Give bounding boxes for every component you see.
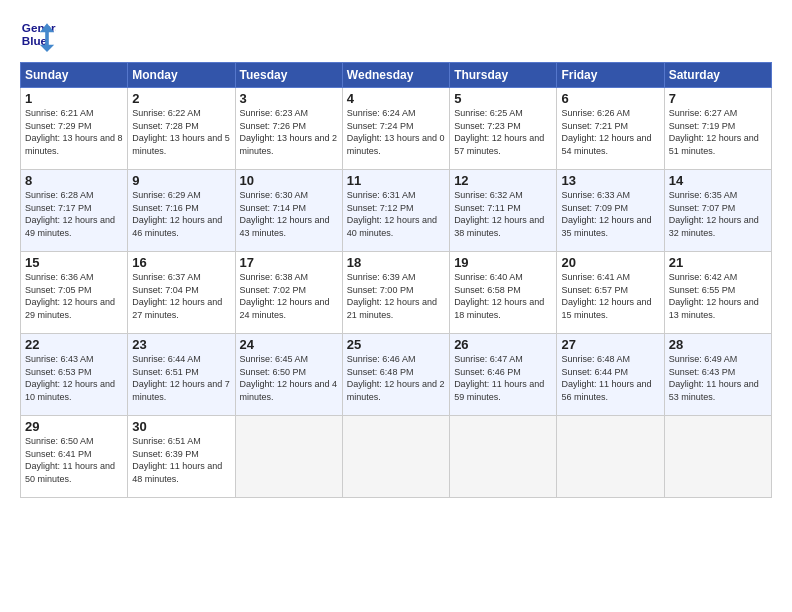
calendar-cell <box>235 416 342 498</box>
day-number: 26 <box>454 337 552 352</box>
day-number: 18 <box>347 255 445 270</box>
day-info: Sunrise: 6:36 AM Sunset: 7:05 PM Dayligh… <box>25 272 115 320</box>
col-wednesday: Wednesday <box>342 63 449 88</box>
calendar-week-4: 22 Sunrise: 6:43 AM Sunset: 6:53 PM Dayl… <box>21 334 772 416</box>
page: General Blue Sunday Monday Tuesday Wedne… <box>0 0 792 612</box>
day-number: 28 <box>669 337 767 352</box>
day-info: Sunrise: 6:48 AM Sunset: 6:44 PM Dayligh… <box>561 354 651 402</box>
day-number: 23 <box>132 337 230 352</box>
calendar-cell: 3 Sunrise: 6:23 AM Sunset: 7:26 PM Dayli… <box>235 88 342 170</box>
calendar-cell: 28 Sunrise: 6:49 AM Sunset: 6:43 PM Dayl… <box>664 334 771 416</box>
day-number: 16 <box>132 255 230 270</box>
day-number: 19 <box>454 255 552 270</box>
day-info: Sunrise: 6:50 AM Sunset: 6:41 PM Dayligh… <box>25 436 115 484</box>
day-info: Sunrise: 6:21 AM Sunset: 7:29 PM Dayligh… <box>25 108 123 156</box>
day-info: Sunrise: 6:23 AM Sunset: 7:26 PM Dayligh… <box>240 108 338 156</box>
day-info: Sunrise: 6:40 AM Sunset: 6:58 PM Dayligh… <box>454 272 544 320</box>
day-number: 30 <box>132 419 230 434</box>
day-info: Sunrise: 6:32 AM Sunset: 7:11 PM Dayligh… <box>454 190 544 238</box>
day-info: Sunrise: 6:51 AM Sunset: 6:39 PM Dayligh… <box>132 436 222 484</box>
calendar-cell: 23 Sunrise: 6:44 AM Sunset: 6:51 PM Dayl… <box>128 334 235 416</box>
day-number: 3 <box>240 91 338 106</box>
day-number: 8 <box>25 173 123 188</box>
calendar-cell: 24 Sunrise: 6:45 AM Sunset: 6:50 PM Dayl… <box>235 334 342 416</box>
calendar-cell: 4 Sunrise: 6:24 AM Sunset: 7:24 PM Dayli… <box>342 88 449 170</box>
day-number: 12 <box>454 173 552 188</box>
calendar-cell: 5 Sunrise: 6:25 AM Sunset: 7:23 PM Dayli… <box>450 88 557 170</box>
col-saturday: Saturday <box>664 63 771 88</box>
calendar-cell: 27 Sunrise: 6:48 AM Sunset: 6:44 PM Dayl… <box>557 334 664 416</box>
day-info: Sunrise: 6:27 AM Sunset: 7:19 PM Dayligh… <box>669 108 759 156</box>
day-info: Sunrise: 6:47 AM Sunset: 6:46 PM Dayligh… <box>454 354 544 402</box>
calendar-cell: 20 Sunrise: 6:41 AM Sunset: 6:57 PM Dayl… <box>557 252 664 334</box>
day-number: 21 <box>669 255 767 270</box>
day-info: Sunrise: 6:30 AM Sunset: 7:14 PM Dayligh… <box>240 190 330 238</box>
day-number: 9 <box>132 173 230 188</box>
day-info: Sunrise: 6:22 AM Sunset: 7:28 PM Dayligh… <box>132 108 230 156</box>
day-info: Sunrise: 6:43 AM Sunset: 6:53 PM Dayligh… <box>25 354 115 402</box>
day-number: 13 <box>561 173 659 188</box>
calendar-cell: 13 Sunrise: 6:33 AM Sunset: 7:09 PM Dayl… <box>557 170 664 252</box>
calendar-cell: 2 Sunrise: 6:22 AM Sunset: 7:28 PM Dayli… <box>128 88 235 170</box>
day-number: 14 <box>669 173 767 188</box>
calendar-cell <box>557 416 664 498</box>
calendar-week-1: 1 Sunrise: 6:21 AM Sunset: 7:29 PM Dayli… <box>21 88 772 170</box>
day-number: 27 <box>561 337 659 352</box>
calendar-cell: 9 Sunrise: 6:29 AM Sunset: 7:16 PM Dayli… <box>128 170 235 252</box>
logo: General Blue <box>20 16 60 52</box>
day-number: 5 <box>454 91 552 106</box>
day-info: Sunrise: 6:29 AM Sunset: 7:16 PM Dayligh… <box>132 190 222 238</box>
day-number: 6 <box>561 91 659 106</box>
calendar-cell <box>450 416 557 498</box>
calendar-cell: 15 Sunrise: 6:36 AM Sunset: 7:05 PM Dayl… <box>21 252 128 334</box>
day-info: Sunrise: 6:24 AM Sunset: 7:24 PM Dayligh… <box>347 108 445 156</box>
col-friday: Friday <box>557 63 664 88</box>
day-number: 25 <box>347 337 445 352</box>
calendar-cell: 16 Sunrise: 6:37 AM Sunset: 7:04 PM Dayl… <box>128 252 235 334</box>
calendar-cell: 10 Sunrise: 6:30 AM Sunset: 7:14 PM Dayl… <box>235 170 342 252</box>
calendar-cell: 21 Sunrise: 6:42 AM Sunset: 6:55 PM Dayl… <box>664 252 771 334</box>
day-number: 20 <box>561 255 659 270</box>
day-info: Sunrise: 6:25 AM Sunset: 7:23 PM Dayligh… <box>454 108 544 156</box>
calendar-header-row: Sunday Monday Tuesday Wednesday Thursday… <box>21 63 772 88</box>
calendar-cell: 18 Sunrise: 6:39 AM Sunset: 7:00 PM Dayl… <box>342 252 449 334</box>
calendar-cell: 17 Sunrise: 6:38 AM Sunset: 7:02 PM Dayl… <box>235 252 342 334</box>
col-thursday: Thursday <box>450 63 557 88</box>
day-number: 29 <box>25 419 123 434</box>
day-number: 10 <box>240 173 338 188</box>
day-info: Sunrise: 6:38 AM Sunset: 7:02 PM Dayligh… <box>240 272 330 320</box>
day-info: Sunrise: 6:37 AM Sunset: 7:04 PM Dayligh… <box>132 272 222 320</box>
day-info: Sunrise: 6:41 AM Sunset: 6:57 PM Dayligh… <box>561 272 651 320</box>
day-info: Sunrise: 6:39 AM Sunset: 7:00 PM Dayligh… <box>347 272 437 320</box>
day-number: 11 <box>347 173 445 188</box>
day-number: 15 <box>25 255 123 270</box>
day-info: Sunrise: 6:46 AM Sunset: 6:48 PM Dayligh… <box>347 354 445 402</box>
calendar-cell: 29 Sunrise: 6:50 AM Sunset: 6:41 PM Dayl… <box>21 416 128 498</box>
day-number: 2 <box>132 91 230 106</box>
calendar-week-2: 8 Sunrise: 6:28 AM Sunset: 7:17 PM Dayli… <box>21 170 772 252</box>
calendar-cell: 25 Sunrise: 6:46 AM Sunset: 6:48 PM Dayl… <box>342 334 449 416</box>
calendar-cell <box>342 416 449 498</box>
calendar-cell: 7 Sunrise: 6:27 AM Sunset: 7:19 PM Dayli… <box>664 88 771 170</box>
calendar-cell: 11 Sunrise: 6:31 AM Sunset: 7:12 PM Dayl… <box>342 170 449 252</box>
calendar-cell <box>664 416 771 498</box>
calendar: Sunday Monday Tuesday Wednesday Thursday… <box>20 62 772 498</box>
svg-text:General: General <box>22 21 56 34</box>
calendar-week-3: 15 Sunrise: 6:36 AM Sunset: 7:05 PM Dayl… <box>21 252 772 334</box>
day-number: 17 <box>240 255 338 270</box>
day-number: 22 <box>25 337 123 352</box>
col-monday: Monday <box>128 63 235 88</box>
calendar-cell: 1 Sunrise: 6:21 AM Sunset: 7:29 PM Dayli… <box>21 88 128 170</box>
day-info: Sunrise: 6:49 AM Sunset: 6:43 PM Dayligh… <box>669 354 759 402</box>
calendar-cell: 22 Sunrise: 6:43 AM Sunset: 6:53 PM Dayl… <box>21 334 128 416</box>
day-info: Sunrise: 6:35 AM Sunset: 7:07 PM Dayligh… <box>669 190 759 238</box>
calendar-cell: 26 Sunrise: 6:47 AM Sunset: 6:46 PM Dayl… <box>450 334 557 416</box>
day-number: 4 <box>347 91 445 106</box>
col-sunday: Sunday <box>21 63 128 88</box>
logo-icon: General Blue <box>20 16 56 52</box>
calendar-cell: 8 Sunrise: 6:28 AM Sunset: 7:17 PM Dayli… <box>21 170 128 252</box>
day-info: Sunrise: 6:33 AM Sunset: 7:09 PM Dayligh… <box>561 190 651 238</box>
day-number: 1 <box>25 91 123 106</box>
day-info: Sunrise: 6:31 AM Sunset: 7:12 PM Dayligh… <box>347 190 437 238</box>
day-info: Sunrise: 6:45 AM Sunset: 6:50 PM Dayligh… <box>240 354 338 402</box>
